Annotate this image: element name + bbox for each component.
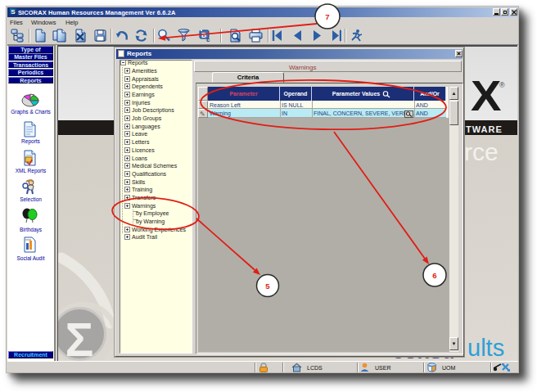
svg-text:6: 6: [432, 271, 436, 280]
svg-text:5: 5: [265, 282, 270, 291]
svg-text:7: 7: [325, 12, 329, 21]
